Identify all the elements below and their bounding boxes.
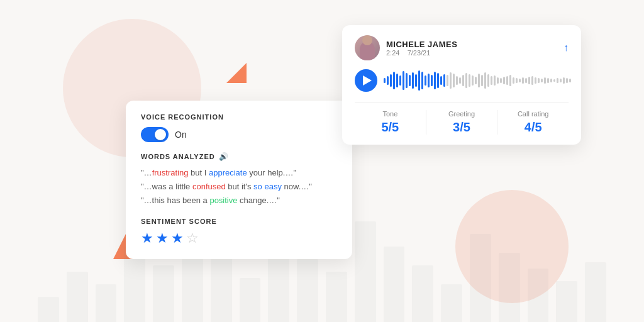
words-analyzed-content: "…frustrating but I appreciate your help… [141, 166, 337, 208]
voice-recognition-title: VOICE RECOGNITION [141, 113, 337, 121]
user-time: 2:24 [386, 49, 399, 57]
bg-shape-orange-top [226, 63, 247, 83]
avatar-figure [360, 42, 375, 60]
audio-card-header: MICHELE JAMES 2:24 7/23/21 ↑ [355, 35, 569, 60]
metric-greeting-label: Greeting [426, 110, 497, 118]
metric-tone: Tone 5/5 [355, 110, 426, 135]
analyzed-line-3: "…this has been a positive change.…" [141, 194, 337, 208]
metric-call-rating-value: 4/5 [497, 120, 569, 135]
word-frustrating: frustrating [152, 168, 189, 177]
user-date: 7/23/21 [408, 49, 431, 57]
user-info: MICHELE JAMES 2:24 7/23/21 [355, 35, 457, 60]
sound-icon: 🔊 [219, 152, 229, 161]
toggle-label: On [175, 130, 187, 140]
analyzed-line-1: "…frustrating but I appreciate your help… [141, 166, 337, 180]
metric-greeting-value: 3/5 [426, 120, 497, 135]
metric-tone-value: 5/5 [355, 120, 426, 135]
sentiment-title: SENTIMENT SCORE [141, 218, 337, 225]
voice-recognition-toggle[interactable] [141, 127, 169, 142]
sentiment-stars: ★ ★ ★ ☆ [141, 230, 337, 247]
word-confused: confused [192, 182, 226, 191]
play-icon [363, 75, 372, 86]
user-meta: 2:24 7/23/21 [386, 49, 457, 57]
metric-call-rating: Call rating 4/5 [497, 110, 569, 135]
word-appreciate: appreciate [209, 168, 247, 177]
metric-tone-label: Tone [355, 110, 426, 118]
user-name: MICHELE JAMES [386, 40, 457, 49]
star-4: ☆ [186, 230, 199, 247]
audio-player-card: MICHELE JAMES 2:24 7/23/21 ↑ Tone 5/5 Gr… [342, 25, 581, 145]
toggle-row: On [141, 127, 337, 142]
waveform [384, 69, 571, 92]
word-positive: positive [209, 196, 237, 205]
user-details: MICHELE JAMES 2:24 7/23/21 [386, 40, 457, 57]
analyzed-line-2: "…was a little confused but it's so easy… [141, 180, 337, 194]
star-3: ★ [171, 230, 184, 247]
share-button[interactable]: ↑ [564, 42, 569, 53]
avatar [355, 35, 380, 60]
words-analyzed-section: WORDS ANALYZED 🔊 [141, 152, 337, 161]
player-row [355, 69, 569, 92]
star-2: ★ [156, 230, 169, 247]
star-1: ★ [141, 230, 153, 247]
voice-recognition-card: VOICE RECOGNITION On WORDS ANALYZED 🔊 "…… [126, 101, 352, 259]
metric-call-rating-label: Call rating [497, 110, 569, 118]
words-analyzed-title: WORDS ANALYZED [141, 153, 215, 160]
metric-greeting: Greeting 3/5 [426, 110, 498, 135]
play-button[interactable] [355, 69, 377, 92]
word-so-easy: so easy [253, 182, 282, 191]
metrics-row: Tone 5/5 Greeting 3/5 Call rating 4/5 [355, 102, 569, 135]
